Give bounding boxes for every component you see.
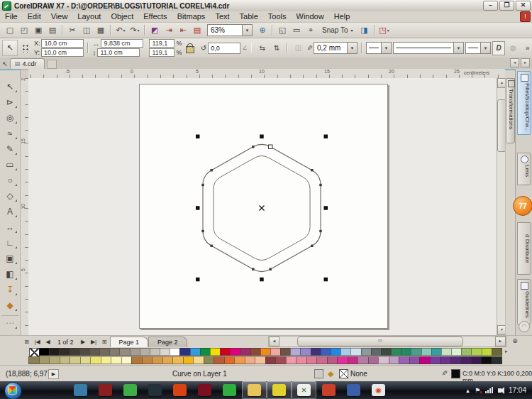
tab-align-distribute[interactable]: d Distribute xyxy=(517,222,531,275)
palette-swatch[interactable] xyxy=(430,356,441,364)
palette-swatch[interactable] xyxy=(389,356,400,364)
palette-swatch[interactable] xyxy=(391,348,401,356)
wrap-text-button[interactable]: D xyxy=(492,41,505,55)
tool-eyedropper[interactable]: ↧ xyxy=(1,283,18,297)
tool-transparency[interactable]: ◧ xyxy=(1,267,18,281)
import-button[interactable]: ⇥▾ xyxy=(162,24,176,36)
tab-scroll-right-icon[interactable]: ▸ xyxy=(521,58,530,67)
close-button[interactable]: ✕ xyxy=(516,1,531,11)
tool-polygon[interactable]: ◇ xyxy=(1,189,18,203)
palette-swatch[interactable] xyxy=(183,356,194,364)
horizontal-scroll-thumb[interactable]: m xyxy=(297,337,463,346)
palette-swatch[interactable] xyxy=(350,348,361,356)
add-page-button-2[interactable]: ⊞ xyxy=(99,337,110,347)
snap-off-button[interactable]: ⌖▾ xyxy=(304,24,318,36)
palette-swatch[interactable] xyxy=(179,348,190,356)
zoom-level-combo[interactable]: 63% ▼ xyxy=(207,24,253,36)
palette-swatch[interactable] xyxy=(39,348,50,356)
save-button[interactable]: ▣▾ xyxy=(31,24,45,36)
tool-text[interactable]: A xyxy=(1,204,18,219)
lock-ratio-button[interactable] xyxy=(183,41,196,55)
toolbar-overflow-button[interactable]: » xyxy=(521,41,532,55)
minimize-button[interactable]: – xyxy=(483,1,498,11)
tray-expand-icon[interactable]: ▴ xyxy=(466,387,470,394)
palette-swatch[interactable] xyxy=(471,356,482,364)
palette-swatch[interactable] xyxy=(172,356,184,364)
palette-swatch[interactable] xyxy=(150,348,160,356)
palette-swatch[interactable] xyxy=(79,348,90,356)
palette-swatch[interactable] xyxy=(49,356,60,364)
palette-swatch[interactable] xyxy=(280,348,291,356)
scroll-right-icon[interactable]: ▶ xyxy=(495,337,506,346)
palette-swatch[interactable] xyxy=(119,348,130,356)
palette-swatch[interactable] xyxy=(275,356,287,364)
palette-swatch[interactable] xyxy=(250,348,261,356)
taskbar-app-green-chat[interactable]: ▢ xyxy=(217,381,242,399)
palette-swatch[interactable] xyxy=(190,348,201,356)
taskbar-app-chrome[interactable]: ◉ xyxy=(366,381,391,399)
chevron-down-icon[interactable]: ▼ xyxy=(480,43,490,53)
tool-dimension[interactable]: ↔ xyxy=(1,220,18,234)
object-origin-grid-icon[interactable] xyxy=(22,44,30,53)
tool-zoom[interactable]: ◎ xyxy=(1,111,18,125)
taskbar-app-dark-circle[interactable]: ◍ xyxy=(143,381,167,399)
palette-swatch[interactable] xyxy=(337,356,348,364)
palette-swatch[interactable] xyxy=(260,348,271,356)
tab-fillet-scallop-chamfer[interactable]: Fillet/Scallop/Cha... xyxy=(517,71,531,135)
palette-swatch[interactable] xyxy=(89,348,100,356)
taskbar-app-green-doc[interactable]: ▤ xyxy=(118,381,143,399)
print-button[interactable]: ▤▾ xyxy=(45,24,60,36)
palette-swatch[interactable] xyxy=(245,356,256,364)
palette-swatch[interactable] xyxy=(361,348,372,356)
tool-smooth[interactable]: ≈ xyxy=(1,126,18,141)
menu-layout[interactable]: Layout xyxy=(72,12,106,21)
scale-v-field[interactable]: 119,1 xyxy=(149,48,174,57)
last-page-button[interactable]: ▶| xyxy=(89,337,99,347)
tab-guidelines[interactable]: Guidelines xyxy=(517,279,531,324)
tab-page-1[interactable]: Page 1 xyxy=(110,337,149,348)
palette-swatch[interactable] xyxy=(368,356,379,364)
palette-swatch[interactable] xyxy=(99,348,110,356)
palette-swatch[interactable] xyxy=(240,348,250,356)
options-button[interactable]: ◨▾ xyxy=(358,24,372,36)
palette-swatch[interactable] xyxy=(419,356,431,364)
taskbar-app-red-doc[interactable]: ▤ xyxy=(316,381,341,399)
palette-swatch[interactable] xyxy=(49,348,60,356)
palette-swatch[interactable] xyxy=(111,356,122,364)
drawing-objects[interactable] xyxy=(28,78,497,335)
palette-swatch[interactable] xyxy=(230,348,240,356)
palette-swatch[interactable] xyxy=(296,356,307,364)
status-expand-icon[interactable]: ▶ xyxy=(48,369,59,379)
document-tab-4cdr[interactable]: ▤ 4.cdr xyxy=(10,58,45,69)
snap-to-dropdown[interactable]: Snap To▾ xyxy=(318,24,358,36)
arrowhead-end-combo[interactable]: ▼ xyxy=(465,42,491,54)
palette-swatch[interactable] xyxy=(441,348,452,356)
menu-text[interactable]: Text xyxy=(210,12,234,21)
object-height-field[interactable]: 11,0 cm xyxy=(97,48,140,57)
palette-swatch[interactable] xyxy=(290,348,301,356)
menu-file[interactable]: File xyxy=(0,12,23,21)
palette-swatch[interactable] xyxy=(70,348,80,356)
first-page-button[interactable]: |◀ xyxy=(32,337,43,347)
menu-tools[interactable]: Tools xyxy=(263,12,292,21)
taskbar-app-explorer[interactable]: ▱ xyxy=(242,381,267,399)
taskbar-app-blue-doc[interactable]: ▤ xyxy=(341,381,366,399)
palette-swatch[interactable] xyxy=(152,356,163,364)
docker-collapse-icon[interactable]: ◠ xyxy=(519,321,530,332)
palette-swatch[interactable] xyxy=(160,348,170,356)
open-button[interactable]: ◰▾ xyxy=(17,24,31,36)
palette-swatch[interactable] xyxy=(60,356,71,364)
volume-icon[interactable] xyxy=(498,388,501,393)
start-button[interactable] xyxy=(4,382,22,399)
line-style-combo[interactable]: ▼ xyxy=(393,42,464,54)
menu-object[interactable]: Object xyxy=(106,12,138,21)
new-tab-button[interactable] xyxy=(47,60,57,69)
palette-swatch[interactable] xyxy=(399,356,410,364)
scroll-left-icon[interactable]: ◀ xyxy=(269,337,279,346)
horizontal-scrollbar[interactable]: ◀ m ▶ xyxy=(268,336,506,347)
palette-swatch[interactable] xyxy=(431,348,442,356)
tab-nav-icon[interactable]: ↖ xyxy=(0,59,10,69)
palette-swatch[interactable] xyxy=(265,356,277,364)
palette-swatch[interactable] xyxy=(131,356,143,364)
outline-width-combo[interactable]: 0,2 mm ▼ xyxy=(314,42,358,54)
